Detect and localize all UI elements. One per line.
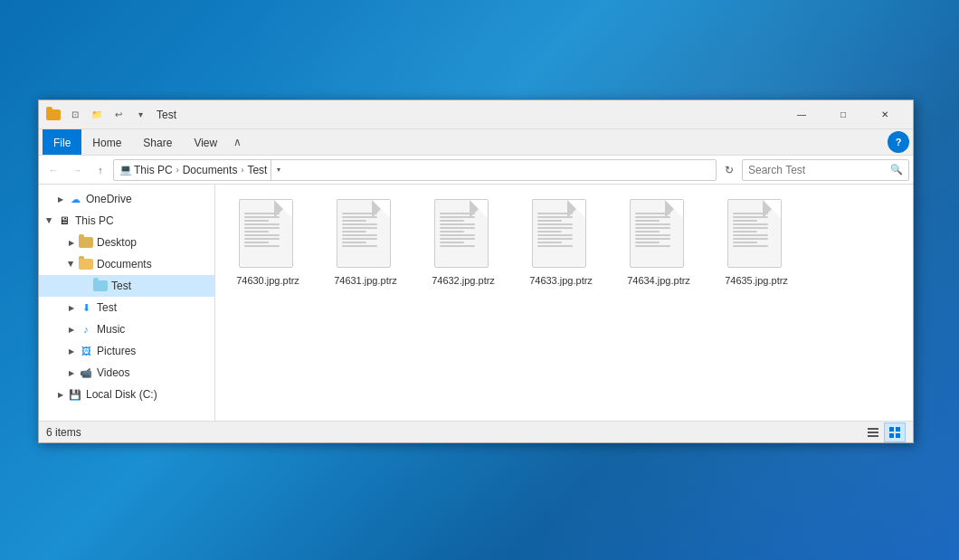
window-title: Test (157, 109, 781, 121)
address-dropdown-btn[interactable]: ▾ (271, 159, 285, 181)
test-folder-icon (93, 279, 108, 293)
music-label: Music (97, 323, 125, 336)
file-icon-2 (434, 199, 492, 271)
videos-label: Videos (97, 366, 129, 379)
music-icon: ♪ (79, 322, 93, 337)
quick-access-toolbar: ⊡ 📁 ↩ ▾ (66, 106, 149, 124)
local-disk-icon: 💾 (68, 387, 82, 402)
expand-arrow-documents: ▶ (64, 257, 79, 271)
search-box[interactable]: 🔍 (742, 159, 909, 181)
desktop-icon (79, 235, 93, 250)
nav-item-local-disk[interactable]: ▶ 💾 Local Disk (C:) (39, 384, 214, 405)
path-segment-test: Test (247, 164, 267, 176)
this-pc-label: This PC (75, 214, 114, 227)
search-input[interactable] (748, 164, 887, 176)
nav-item-test[interactable]: ▶ Test (39, 275, 214, 297)
help-button[interactable]: ? (888, 131, 909, 153)
address-path[interactable]: 💻 This PC › Documents › Test ▾ (113, 159, 717, 181)
file-item-4[interactable]: 74634.jpg.ptrz (613, 192, 704, 294)
pictures-icon: 🖼 (79, 344, 93, 358)
list-view-btn[interactable] (862, 422, 884, 442)
file-name-0: 74630.jpg.ptrz (236, 275, 299, 287)
tab-view[interactable]: View (183, 129, 228, 155)
file-explorer-window: ⊡ 📁 ↩ ▾ Test — □ ✕ File Home Share View … (38, 100, 914, 443)
file-name-3: 74633.jpg.ptrz (529, 275, 593, 287)
qat-undo-btn[interactable]: ↩ (109, 106, 128, 124)
tab-home[interactable]: Home (81, 129, 132, 155)
file-name-4: 74634.jpg.ptrz (627, 275, 690, 287)
nav-item-music[interactable]: ▶ ♪ Music (39, 318, 214, 340)
window-icon (46, 108, 61, 122)
file-item-1[interactable]: 74631.jpg.ptrz (320, 192, 411, 294)
close-button[interactable]: ✕ (864, 100, 906, 129)
svg-rect-2 (868, 435, 878, 437)
window-controls: — □ ✕ (781, 100, 906, 129)
ribbon-expand-btn[interactable]: ∧ (228, 131, 246, 153)
refresh-button[interactable]: ↻ (718, 159, 740, 181)
documents-icon (79, 257, 93, 271)
minimize-button[interactable]: — (781, 100, 822, 129)
ribbon: File Home Share View ∧ ? (39, 129, 913, 156)
nav-item-this-pc[interactable]: ▶ 🖥 This PC (39, 210, 214, 232)
search-icon[interactable]: 🔍 (890, 164, 903, 176)
svg-rect-1 (868, 432, 878, 433)
nav-item-desktop[interactable]: ▶ Desktop (39, 232, 214, 253)
expand-arrow-downloads: ▶ (64, 300, 79, 315)
nav-item-documents[interactable]: ▶ Documents (39, 253, 214, 275)
file-name-5: 74635.jpg.ptrz (725, 275, 788, 287)
svg-rect-5 (889, 433, 894, 438)
expand-arrow-pictures: ▶ (64, 344, 79, 358)
maximize-button[interactable]: □ (822, 100, 864, 129)
svg-rect-3 (889, 427, 894, 432)
file-icon-3 (532, 199, 590, 271)
local-disk-label: Local Disk (C:) (86, 388, 157, 401)
nav-item-videos[interactable]: ▶ 📹 Videos (39, 362, 214, 384)
file-item-2[interactable]: 74632.jpg.ptrz (418, 192, 508, 294)
documents-label: Documents (97, 258, 152, 271)
file-item-5[interactable]: 74635.jpg.ptrz (711, 192, 802, 294)
file-item-3[interactable]: 74633.jpg.ptrz (516, 192, 606, 294)
svg-rect-4 (896, 427, 900, 432)
pictures-label: Pictures (97, 345, 136, 357)
expand-arrow-music: ▶ (64, 322, 79, 337)
up-button[interactable]: ↑ (90, 159, 111, 181)
onedrive-label: OneDrive (86, 193, 132, 205)
path-arrow-2: › (241, 166, 243, 175)
downloads-icon: ⬇ (79, 300, 93, 315)
file-name-1: 74631.jpg.ptrz (334, 275, 397, 287)
downloads-label: Test (97, 301, 117, 314)
file-icon-0 (239, 199, 297, 271)
qat-properties-btn[interactable]: ⊡ (66, 106, 84, 124)
file-icon-4 (630, 199, 688, 271)
path-arrow-1: › (176, 166, 179, 175)
expand-arrow-onedrive: ▶ (53, 192, 68, 206)
this-pc-icon: 🖥 (57, 214, 71, 228)
status-item-count: 6 items (46, 426, 862, 439)
expand-arrow-videos: ▶ (64, 365, 79, 380)
grid-view-btn[interactable] (884, 422, 906, 442)
tab-file[interactable]: File (43, 129, 81, 155)
nav-item-pictures[interactable]: ▶ 🖼 Pictures (39, 340, 214, 362)
expand-arrow-local-disk: ▶ (53, 387, 68, 402)
file-item-0[interactable]: 74630.jpg.ptrz (223, 192, 313, 294)
nav-item-onedrive[interactable]: ▶ ☁ OneDrive (39, 188, 214, 210)
status-bar: 6 items (39, 421, 913, 442)
file-name-2: 74632.jpg.ptrz (432, 275, 495, 287)
nav-item-downloads[interactable]: ▶ ⬇ Test (39, 297, 214, 318)
svg-rect-0 (868, 428, 878, 430)
forward-button[interactable]: → (66, 159, 88, 181)
path-segment-thispc: 💻 This PC (119, 164, 173, 176)
main-area: ▶ ☁ OneDrive ▶ 🖥 This PC ▶ Desktop ▶ Doc… (39, 185, 913, 421)
onedrive-icon: ☁ (68, 192, 82, 206)
qat-dropdown-btn[interactable]: ▾ (131, 106, 149, 124)
svg-rect-6 (896, 433, 900, 438)
back-button[interactable]: ← (43, 159, 64, 181)
view-toggles (862, 422, 906, 442)
title-bar: ⊡ 📁 ↩ ▾ Test — □ ✕ (39, 100, 913, 129)
test-label: Test (111, 280, 131, 292)
videos-icon: 📹 (79, 365, 93, 380)
qat-new-folder-btn[interactable]: 📁 (88, 106, 106, 124)
file-icon-5 (727, 199, 785, 271)
tab-share[interactable]: Share (132, 129, 183, 155)
desktop-label: Desktop (97, 236, 137, 249)
